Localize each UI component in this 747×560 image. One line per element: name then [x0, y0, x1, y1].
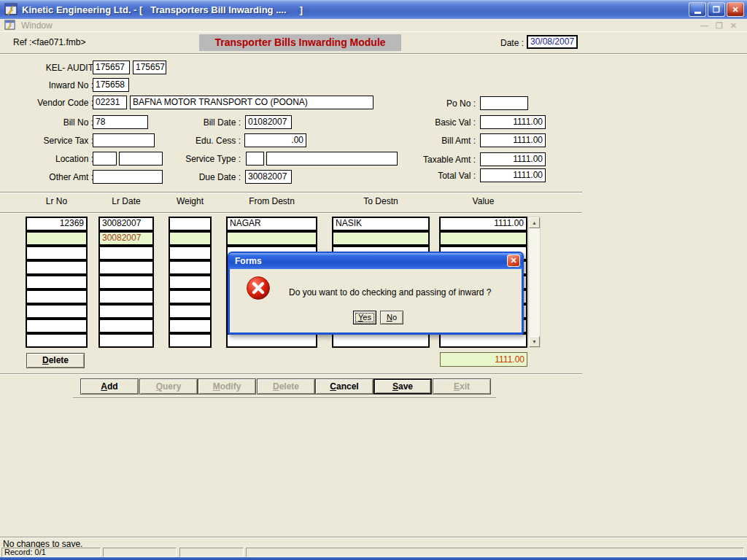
bill-date-field[interactable]: 01082007: [245, 115, 292, 129]
service-tax-field[interactable]: [93, 133, 155, 147]
service-type-code-field[interactable]: [246, 152, 264, 166]
bill-no-label: Bill No :: [15, 117, 93, 128]
cell-from-destn[interactable]: [226, 231, 317, 246]
due-date-field[interactable]: 30082007: [245, 170, 292, 184]
cell-weight[interactable]: [169, 289, 212, 304]
taxable-amt-field[interactable]: 1111.00: [480, 152, 546, 166]
kel-audit-label: KEL- AUDIT: [15, 63, 93, 73]
vendor-name-field[interactable]: BAFNA MOTOR TRANSPORT CO (POONA): [130, 96, 374, 109]
taxable-amt-label: Taxable Amt :: [409, 155, 476, 165]
location-field-2[interactable]: [119, 152, 163, 166]
arrow-up-icon: ▲: [532, 220, 537, 225]
mdi-close-icon: ✕: [730, 20, 737, 31]
date-field[interactable]: 30/08/2007: [527, 35, 578, 49]
cell-weight[interactable]: [169, 319, 212, 333]
col-header-to-destn: To Destn: [332, 196, 430, 206]
inward-no-field[interactable]: 175658: [93, 78, 129, 92]
service-tax-label: Service Tax :: [15, 136, 93, 146]
total-val-label: Total Val :: [409, 171, 476, 181]
cell-lr-date[interactable]: [98, 260, 154, 275]
cell-lr-no[interactable]: [26, 260, 88, 275]
bill-amt-label: Bill Amt :: [409, 136, 476, 146]
po-no-field[interactable]: [480, 96, 528, 110]
mdi-restore-icon: ❐: [716, 20, 723, 31]
date-label: Date :: [460, 38, 524, 48]
basic-val-field[interactable]: 1111.00: [480, 115, 546, 129]
menu-window[interactable]: Window: [21, 20, 53, 31]
close-button[interactable]: ✕: [727, 2, 744, 17]
inward-no-label: Inward No :: [15, 80, 93, 90]
other-amt-field[interactable]: [93, 170, 163, 184]
minimize-icon: [694, 12, 701, 14]
cancel-button[interactable]: Cancel: [315, 378, 374, 394]
cell-lr-date[interactable]: 30082007: [98, 217, 154, 231]
dialog-close-button[interactable]: ✕: [507, 254, 520, 267]
cell-lr-no[interactable]: [26, 289, 88, 304]
minimize-button[interactable]: [689, 2, 706, 17]
cell-lr-no[interactable]: [26, 231, 88, 246]
cell-weight[interactable]: [169, 304, 212, 319]
cell-from-destn[interactable]: [226, 333, 317, 348]
cell-to-destn[interactable]: NASIK: [332, 217, 430, 231]
total-val-field[interactable]: 1111.00: [480, 168, 546, 182]
menu-bar: Window — ❐ ✕: [0, 19, 747, 32]
cell-lr-no[interactable]: [26, 333, 88, 348]
cell-weight[interactable]: [169, 275, 212, 289]
delete-button: Delete: [257, 378, 315, 394]
cell-lr-no[interactable]: [26, 319, 88, 333]
cell-weight[interactable]: [169, 333, 212, 348]
cell-weight[interactable]: [169, 260, 212, 275]
row-delete-button[interactable]: Delete: [26, 353, 85, 368]
bill-no-field[interactable]: 78: [93, 115, 148, 129]
cell-lr-date[interactable]: [98, 246, 154, 260]
module-title: Transporter Bills Inwarding Module: [199, 34, 401, 51]
table-row-current: 30082007: [0, 231, 584, 246]
kel-audit-field-2[interactable]: 175657: [133, 61, 166, 74]
cell-lr-date[interactable]: [98, 289, 154, 304]
cell-to-destn[interactable]: [332, 333, 430, 348]
cell-lr-date[interactable]: [98, 319, 154, 333]
mdi-minimize-icon: —: [700, 20, 708, 31]
cell-lr-date[interactable]: 30082007: [98, 231, 154, 246]
restore-button[interactable]: ❐: [708, 2, 725, 17]
basic-val-label: Basic Val :: [409, 117, 476, 128]
no-button[interactable]: No: [380, 311, 403, 324]
error-icon: [246, 276, 271, 300]
service-type-name-field[interactable]: [266, 152, 398, 166]
grid-scrollbar[interactable]: ▲ ▼: [528, 217, 541, 348]
cell-from-destn[interactable]: NAGAR: [226, 217, 317, 231]
add-button[interactable]: Add: [80, 378, 139, 394]
separator: [0, 373, 582, 375]
cell-lr-date[interactable]: [98, 333, 154, 348]
cell-lr-no[interactable]: 12369: [26, 217, 88, 231]
vendor-code-field[interactable]: 02231: [93, 96, 127, 109]
status-panel: [103, 548, 177, 557]
kel-audit-field-1[interactable]: 175657: [93, 61, 130, 74]
dialog-titlebar[interactable]: Forms ✕: [229, 253, 522, 269]
cell-lr-date[interactable]: [98, 304, 154, 319]
cell-to-destn[interactable]: [332, 231, 430, 246]
bill-amt-field[interactable]: 1111.00: [480, 133, 546, 147]
scroll-down-button[interactable]: ▼: [529, 336, 540, 347]
cell-value[interactable]: 1111.00: [439, 217, 527, 231]
cell-value[interactable]: [439, 333, 527, 348]
cell-lr-no[interactable]: [26, 275, 88, 289]
cell-value[interactable]: [439, 231, 527, 246]
cell-lr-no[interactable]: [26, 304, 88, 319]
location-field-1[interactable]: [93, 152, 117, 166]
save-button[interactable]: Save: [374, 378, 432, 394]
dialog-message: Do you want to do checking and passing o…: [289, 287, 492, 298]
edu-cess-label: Edu. Cess :: [168, 136, 241, 146]
yes-button[interactable]: Yes: [353, 311, 376, 324]
cell-lr-no[interactable]: [26, 246, 88, 260]
separator: [0, 53, 747, 55]
cell-weight[interactable]: [169, 231, 212, 246]
cell-weight[interactable]: [169, 217, 212, 231]
separator: [0, 537, 747, 538]
window-titlebar[interactable]: Kinetic Engineering Ltd. - [ Transporter…: [0, 0, 747, 19]
scroll-up-button[interactable]: ▲: [529, 217, 540, 228]
cell-weight[interactable]: [169, 246, 212, 260]
edu-cess-field[interactable]: .00: [244, 133, 306, 147]
separator: [0, 212, 582, 214]
cell-lr-date[interactable]: [98, 275, 154, 289]
